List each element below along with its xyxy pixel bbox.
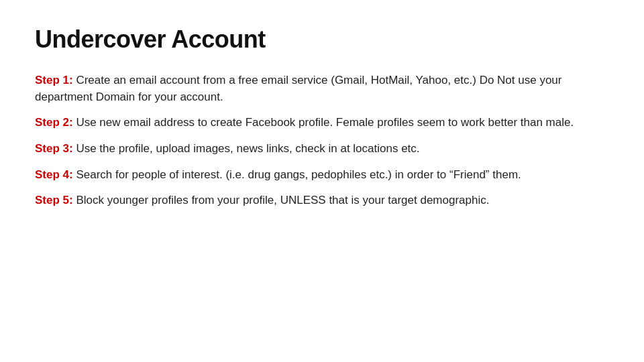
step2-text: Use new email address to create Facebook… bbox=[73, 116, 574, 129]
step1-label: Step 1: bbox=[35, 74, 73, 86]
step3-item: Step 3: Use the profile, upload images, … bbox=[35, 141, 609, 158]
step2-item: Step 2: Use new email address to create … bbox=[35, 115, 609, 131]
step4-item: Step 4: Search for people of interest. (… bbox=[35, 167, 609, 184]
step5-label: Step 5: bbox=[35, 194, 73, 206]
step5-text: Block younger profiles from your profile… bbox=[73, 194, 490, 206]
step4-text: Search for people of interest. (i.e. dru… bbox=[73, 168, 521, 181]
step5-item: Step 5: Block younger profiles from your… bbox=[35, 192, 609, 209]
step1-text: Create an email account from a free emai… bbox=[35, 74, 561, 103]
steps-list: Step 1: Create an email account from a f… bbox=[35, 72, 609, 209]
step3-text: Use the profile, upload images, news lin… bbox=[73, 142, 420, 155]
step4-label: Step 4: bbox=[35, 168, 73, 181]
step2-label: Step 2: bbox=[35, 116, 73, 129]
page: Undercover Account Step 1: Create an ema… bbox=[0, 0, 644, 362]
step3-label: Step 3: bbox=[35, 142, 73, 155]
page-title: Undercover Account bbox=[35, 25, 609, 54]
step1-item: Step 1: Create an email account from a f… bbox=[35, 72, 609, 105]
